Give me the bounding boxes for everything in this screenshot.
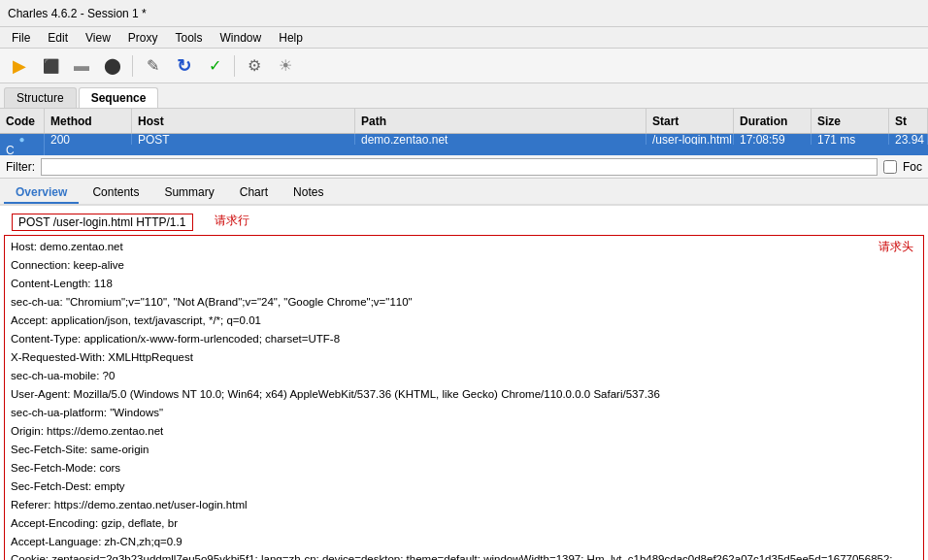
- request-first-line: POST /user-login.html HTTP/1.1 请求行: [0, 206, 928, 233]
- header-accept: Accept: application/json, text/javascrip…: [11, 312, 917, 330]
- row-size: 23.94 KB: [889, 134, 928, 145]
- header-cookie-1: Cookie: zentaosid=2q3b23uddmll7eu5o95vkb…: [11, 550, 917, 560]
- row-duration: 171 ms: [812, 134, 889, 145]
- focus-checkbox[interactable]: [883, 160, 897, 174]
- col-method: Method: [45, 109, 132, 133]
- header-sec-fetch-site: Sec-Fetch-Site: same-origin: [11, 441, 917, 459]
- header-accept-encoding: Accept-Encoding: gzip, deflate, br: [11, 514, 917, 533]
- refresh-button[interactable]: ↻: [170, 52, 197, 80]
- header-content-length: Content-Length: 118: [11, 275, 917, 293]
- settings-button[interactable]: ⚙: [241, 52, 268, 80]
- header-content-type: Content-Type: application/x-www-form-url…: [11, 330, 917, 348]
- tab-sequence[interactable]: Sequence: [79, 87, 159, 108]
- col-host: Host: [132, 109, 355, 133]
- focus-label: Foc: [903, 160, 922, 174]
- filter-label: Filter:: [6, 160, 35, 174]
- sub-tab-row: Overview Contents Summary Chart Notes: [0, 179, 928, 206]
- row-status: C: [0, 145, 45, 155]
- col-code: Code: [0, 109, 45, 133]
- menu-bar: File Edit View Proxy Tools Window Help: [0, 27, 928, 49]
- header-connection: Connection: keep-alive: [11, 256, 917, 275]
- table-row[interactable]: ● 200 POST demo.zentao.net /user-login.h…: [0, 134, 928, 155]
- header-accept-language: Accept-Language: zh-CN,zh;q=0.9: [11, 533, 917, 551]
- row-code: 200: [45, 134, 132, 145]
- main-content: POST /user-login.html HTTP/1.1 请求行 请求头 H…: [0, 206, 928, 560]
- tab-overview[interactable]: Overview: [4, 182, 79, 204]
- header-origin: Origin: https://demo.zentao.net: [11, 422, 917, 441]
- headers-annotation: 请求头: [878, 238, 913, 257]
- menu-tools[interactable]: Tools: [168, 29, 211, 47]
- row-start: 17:08:59: [734, 134, 812, 145]
- header-sec-ch-ua-mobile: sec-ch-ua-mobile: ?0: [11, 367, 917, 385]
- col-status: St: [889, 109, 928, 133]
- tab-summary[interactable]: Summary: [152, 182, 225, 204]
- toolbar-separator-2: [234, 55, 235, 77]
- header-sec-fetch-dest: Sec-Fetch-Dest: empty: [11, 478, 917, 496]
- session-button[interactable]: ▬: [68, 52, 95, 80]
- title-bar: Charles 4.6.2 - Session 1 *: [0, 0, 928, 27]
- extra-button[interactable]: ☀: [272, 52, 299, 80]
- row-host: demo.zentao.net: [355, 134, 646, 145]
- header-user-agent: User-Agent: Mozilla/5.0 (Windows NT 10.0…: [11, 385, 917, 404]
- start-button[interactable]: ▶: [6, 52, 33, 80]
- menu-proxy[interactable]: Proxy: [120, 29, 166, 47]
- filter-row: Filter: Foc: [0, 155, 928, 179]
- toolbar-separator-1: [132, 55, 133, 77]
- app-title: Charles 4.6.2 - Session 1 *: [8, 7, 147, 20]
- stop-button[interactable]: ⬛: [37, 52, 64, 80]
- col-path: Path: [355, 109, 646, 133]
- menu-edit[interactable]: Edit: [40, 29, 76, 47]
- menu-help[interactable]: Help: [271, 29, 311, 47]
- row-method: POST: [132, 134, 355, 145]
- menu-file[interactable]: File: [4, 29, 38, 47]
- menu-window[interactable]: Window: [213, 29, 270, 47]
- header-sec-fetch-mode: Sec-Fetch-Mode: cors: [11, 459, 917, 478]
- toolbar: ▶ ⬛ ▬ ⬤ ✎ ↻ ✓ ⚙ ☀: [0, 49, 928, 83]
- tab-notes[interactable]: Notes: [282, 182, 335, 204]
- header-host: Host: demo.zentao.net: [11, 238, 917, 256]
- col-duration: Duration: [734, 109, 812, 133]
- header-x-requested-with: X-Requested-With: XMLHttpRequest: [11, 348, 917, 367]
- tab-structure[interactable]: Structure: [4, 87, 77, 108]
- header-sec-ch-ua: sec-ch-ua: "Chromium";v="110", "Not A(Br…: [11, 293, 917, 312]
- check-button[interactable]: ✓: [201, 52, 228, 80]
- clear-button[interactable]: ⬤: [99, 52, 126, 80]
- throttle-button[interactable]: ✎: [139, 52, 166, 80]
- tab-chart[interactable]: Chart: [228, 182, 280, 204]
- row-dot: ●: [0, 134, 45, 145]
- top-tab-row: Structure Sequence: [0, 83, 928, 109]
- filter-input[interactable]: [41, 158, 878, 176]
- headers-block: 请求头 Host: demo.zentao.net Connection: ke…: [4, 235, 924, 560]
- request-line: POST /user-login.html HTTP/1.1: [12, 214, 193, 231]
- req-line-annotation: 请求行: [215, 213, 249, 229]
- table-header: Code Method Host Path Start Duration Siz…: [0, 109, 928, 134]
- row-path: /user-login.html: [646, 134, 734, 145]
- col-start: Start: [646, 109, 734, 133]
- menu-view[interactable]: View: [78, 29, 118, 47]
- header-referer: Referer: https://demo.zentao.net/user-lo…: [11, 496, 917, 514]
- col-size: Size: [812, 109, 889, 133]
- header-sec-ch-ua-platform: sec-ch-ua-platform: "Windows": [11, 404, 917, 422]
- tab-contents[interactable]: Contents: [81, 182, 150, 204]
